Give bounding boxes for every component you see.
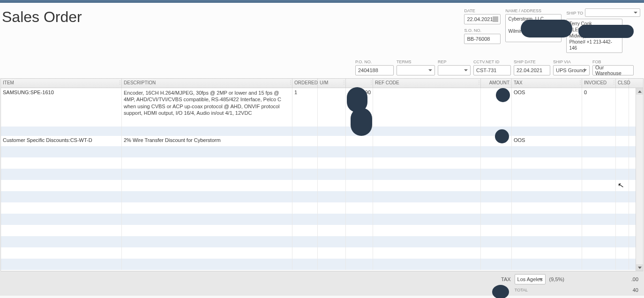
footer-totals: TAX Los Ageles (9,5%) .00: [0, 271, 644, 287]
tax-region-value: Los Ageles: [517, 276, 543, 282]
ship-date-label: SHIP DATE: [514, 60, 550, 64]
ship-via-label: SHIP VIA: [553, 60, 590, 64]
date-so-group: DATE 22.04.2021 S.O. NO. BB-76008: [464, 8, 501, 44]
table-row[interactable]: Customer Specific Discounts:CS-WT-D 2% W…: [1, 136, 643, 146]
cell-tax[interactable]: OOS: [512, 136, 582, 146]
fob-value: Our Warehouse: [595, 65, 631, 76]
vertical-scrollbar[interactable]: [636, 88, 643, 271]
line-item-grid: ITEM DESCRIPTION ORDERED U/M REF CODE AM…: [0, 78, 644, 271]
col-item[interactable]: ITEM: [1, 79, 122, 88]
fob-label: FOB: [592, 60, 634, 64]
tax-percent: (9,5%): [549, 276, 564, 282]
ship-via-dropdown[interactable]: UPS Ground: [553, 65, 590, 75]
table-row[interactable]: SAMSUNG:SPE-1610 Encoder, 16CH H.264/MJP…: [1, 88, 643, 127]
cell-description[interactable]: 2% Wire Transfer Discount for Cyberstorm: [122, 136, 292, 146]
col-refcode[interactable]: REF CODE: [373, 79, 481, 88]
cctv-field: CCTV.NET ID CST-731: [473, 60, 511, 75]
ship-date-input[interactable]: 22.04.2021: [514, 65, 550, 75]
po-no-value: 2404188: [358, 67, 378, 73]
table-row[interactable]: [1, 214, 643, 225]
page-title: Sales Order: [2, 8, 464, 26]
table-row[interactable]: [1, 236, 643, 247]
cell-item[interactable]: SAMSUNG:SPE-1610: [1, 88, 122, 127]
date-input[interactable]: 22.04.2021: [464, 14, 501, 24]
subheader-row: P.O. NO. 2404188 TERMS REP CCTV.NET ID C…: [0, 57, 644, 78]
redaction-mark: [492, 285, 509, 298]
so-no-label: S.O. NO.: [464, 28, 501, 33]
column-headers: ITEM DESCRIPTION ORDERED U/M REF CODE AM…: [1, 79, 643, 88]
tax-region-dropdown[interactable]: Los Ageles: [515, 274, 546, 284]
table-row[interactable]: [1, 169, 643, 180]
terms-dropdown[interactable]: [397, 65, 435, 75]
cell-description[interactable]: Encoder, 16CH H.264/MJPEG, 30fps @ 2MP o…: [122, 88, 292, 127]
cell-invoiced[interactable]: 0: [582, 88, 616, 127]
cell-item[interactable]: Customer Specific Discounts:CS-WT-D: [1, 136, 122, 146]
col-amount[interactable]: AMOUNT: [481, 79, 512, 88]
col-um[interactable]: U/M: [318, 79, 346, 88]
col-tax[interactable]: TAX: [512, 79, 582, 88]
cell-refcode[interactable]: [373, 136, 481, 146]
table-row[interactable]: [1, 259, 643, 270]
total-label: TOTAL: [515, 288, 528, 292]
cell-rate[interactable]: [346, 136, 373, 146]
col-rate[interactable]: [346, 79, 373, 88]
cell-ordered[interactable]: [292, 136, 318, 146]
table-row[interactable]: [1, 146, 643, 157]
cell-ordered[interactable]: 1: [292, 88, 318, 127]
rep-field: REP: [438, 60, 471, 75]
table-row[interactable]: [1, 180, 643, 191]
scroll-up-icon[interactable]: [636, 88, 643, 95]
cell-invoiced[interactable]: [582, 136, 616, 146]
cctv-input[interactable]: CST-731: [473, 65, 511, 75]
cell-refcode[interactable]: [373, 88, 481, 127]
redaction-mark: [496, 88, 510, 102]
rep-dropdown[interactable]: [438, 65, 471, 75]
name-address-label: NAME / ADDRESS: [505, 8, 562, 13]
col-ordered[interactable]: ORDERED: [292, 79, 318, 88]
fob-input[interactable]: Our Warehouse: [592, 65, 634, 75]
tax-label: TAX: [501, 276, 511, 282]
grid-body: SAMSUNG:SPE-1610 Encoder, 16CH H.264/MJP…: [1, 88, 643, 272]
redaction-mark: [578, 25, 634, 38]
redaction-mark: [351, 108, 372, 136]
po-no-label: P.O. NO.: [355, 60, 394, 64]
table-row[interactable]: [1, 247, 643, 259]
cctv-label: CCTV.NET ID: [473, 60, 511, 64]
ship-date-field: SHIP DATE 22.04.2021: [514, 60, 550, 75]
scroll-down-icon[interactable]: [636, 264, 643, 271]
ship-to-label: SHIP TO: [566, 11, 583, 15]
total-amount: 40: [532, 287, 638, 293]
so-no-input[interactable]: BB-76008: [464, 34, 501, 44]
table-row[interactable]: [1, 191, 643, 202]
col-description[interactable]: DESCRIPTION: [122, 79, 292, 88]
fob-field: FOB Our Warehouse: [592, 60, 634, 75]
table-row[interactable]: [1, 225, 643, 236]
cell-closed[interactable]: [616, 136, 629, 146]
cell-um[interactable]: [318, 88, 346, 127]
terms-field: TERMS: [397, 60, 435, 75]
footer-total-row: TOTAL 40: [0, 287, 644, 296]
ship-line4: Phone# +1 213-442-146: [569, 39, 620, 51]
col-closed[interactable]: CLSD: [616, 79, 629, 88]
ship-via-value: UPS Ground: [556, 67, 585, 73]
ship-to-dropdown[interactable]: [585, 8, 640, 17]
terms-label: TERMS: [397, 60, 435, 64]
cell-tax[interactable]: OOS: [512, 88, 582, 127]
date-value: 22.04.2021: [467, 16, 493, 22]
po-no-field: P.O. NO. 2404188: [355, 60, 394, 75]
tax-amount: .00: [568, 276, 638, 282]
redaction-mark: [495, 129, 509, 143]
calendar-icon[interactable]: [493, 16, 498, 22]
cell-closed[interactable]: [616, 88, 629, 127]
so-no-value: BB-76008: [467, 36, 490, 42]
table-row[interactable]: [1, 157, 643, 169]
po-no-input[interactable]: 2404188: [355, 65, 394, 75]
date-label: DATE: [464, 8, 501, 13]
cell-um[interactable]: [318, 136, 346, 146]
ship-via-field: SHIP VIA UPS Ground: [553, 60, 590, 75]
table-row[interactable]: [1, 202, 643, 214]
col-invoiced[interactable]: INVOICED: [582, 79, 616, 88]
rep-label: REP: [438, 60, 471, 64]
table-row[interactable]: [1, 127, 643, 136]
redaction-mark: [521, 20, 572, 37]
